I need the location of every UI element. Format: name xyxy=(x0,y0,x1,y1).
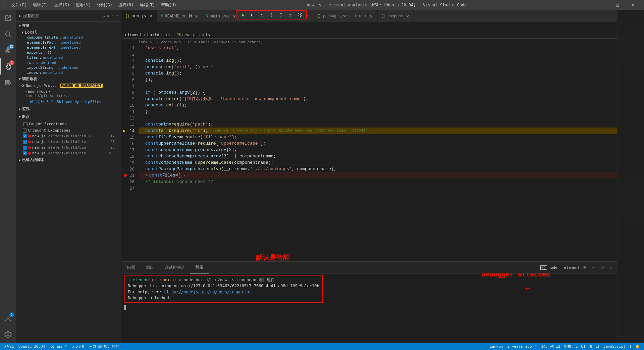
tab-readme-close[interactable]: ✕ xyxy=(194,13,199,19)
uncaught-exceptions-checkbox[interactable] xyxy=(23,129,27,133)
panel-tab-problems[interactable]: 问题 xyxy=(122,262,141,273)
breakpoint-1[interactable]: ✓ new.js element/build/bin ✎ 14 xyxy=(16,133,121,139)
debug-step-over-btn[interactable]: ↻ xyxy=(258,11,266,18)
status-errors[interactable]: ⚠ 0 ⊘ 0 xyxy=(71,344,86,349)
tab-comp-close[interactable]: ✕ xyxy=(405,13,410,19)
activity-explorer[interactable] xyxy=(0,10,16,26)
more-options-icon[interactable]: ··· xyxy=(111,13,119,18)
split-terminal-btn[interactable]: ⊞ xyxy=(581,264,588,271)
status-branch[interactable]: ⎇ main* xyxy=(49,344,68,349)
breadcrumb-bin[interactable]: bin xyxy=(164,33,172,37)
skipped-files-link[interactable]: 显示另外 6 个 Skipped by skipFiles xyxy=(16,99,121,105)
local-header[interactable]: ▼ Local xyxy=(16,30,121,35)
debug-restart-btn[interactable]: ↺ xyxy=(286,11,294,18)
tab-readme-md[interactable]: M README.md M ✕ xyxy=(157,10,203,22)
breakpoints-section: ▼ 断点 Caught Exceptions Uncaught Exceptio… xyxy=(16,113,121,156)
menu-goto[interactable]: 转到(G) xyxy=(94,2,115,9)
caught-exceptions-item[interactable]: Caught Exceptions xyxy=(16,120,121,128)
code-line-20: const PackagePath = path.resolve(__dirna… xyxy=(139,166,617,172)
menu-edit[interactable]: 编辑(E) xyxy=(30,2,51,9)
minimize-button[interactable]: ─ xyxy=(594,0,610,10)
breakpoint-3[interactable]: ✓ new.js element/build/bin 98 xyxy=(16,145,121,150)
activity-extensions[interactable] xyxy=(0,74,16,91)
debug-stop-btn[interactable]: ⛓ xyxy=(296,11,304,18)
terminal-box: → element git:(main) ✗ node build/bin/ne… xyxy=(124,275,323,303)
breadcrumb-element[interactable]: element xyxy=(125,33,142,37)
status-language[interactable]: JavaScript xyxy=(602,344,627,349)
watch-header[interactable]: ▶ 监视 xyxy=(16,105,121,113)
caught-exceptions-checkbox[interactable] xyxy=(23,122,28,126)
debug-pause-btn[interactable]: ⏯ xyxy=(249,11,257,18)
breakpoints-header[interactable]: ▼ 断点 xyxy=(16,113,121,120)
breadcrumb-build[interactable]: build xyxy=(147,33,159,37)
code-line-16: const uppercamelcase = require('uppercam… xyxy=(139,140,617,147)
bp4-checkbox[interactable]: ✓ xyxy=(23,151,27,155)
menu-view[interactable]: 查看(V) xyxy=(73,2,94,9)
breadcrumb-sep-4: › xyxy=(198,33,201,37)
breadcrumb-fs[interactable]: fs xyxy=(205,33,210,37)
breadcrumb-newjs[interactable]: new.js xyxy=(182,33,197,37)
callstack-node[interactable]: ⟳ Node.js Pro... PAUSED ON BREAKPOINT xyxy=(16,83,121,89)
status-spaces[interactable]: 空格: 2 xyxy=(562,344,579,349)
panel-tab-debug-console[interactable]: 调试控制台 xyxy=(159,262,190,273)
bp2-checkbox[interactable]: ✓ xyxy=(23,140,27,144)
tab-pkg2-close[interactable]: ✕ xyxy=(369,13,374,19)
bp3-path: element/build/bin xyxy=(48,145,86,150)
debug-badge: 1 xyxy=(9,60,14,65)
debug-step-out-btn[interactable]: ⤴ xyxy=(277,11,285,18)
scripts-header[interactable]: ▶ 已载入的脚本 xyxy=(16,156,121,164)
menu-file[interactable]: 文件(F) xyxy=(9,2,30,9)
status-git-blame-inline[interactable]: iamkun, 2 years ago xyxy=(488,344,533,349)
tab-component[interactable]: {} compone ✕ xyxy=(378,10,414,22)
breakpoint-4[interactable]: ✓ new.js element/build/bin 103 xyxy=(16,150,121,156)
bp1-edit-icon[interactable]: ✎ xyxy=(89,134,91,138)
variables-header[interactable]: ▼ 变量 xyxy=(16,22,121,30)
uncaught-exceptions-item[interactable]: Uncaught Exceptions xyxy=(16,128,121,133)
panel-tab-terminal[interactable]: 终端 xyxy=(190,262,209,273)
close-button[interactable]: ✕ xyxy=(625,0,641,10)
maximize-panel-btn[interactable]: ⬡ xyxy=(598,264,606,271)
status-wsl[interactable]: ⚡ WSL: Ubuntu-20.04 xyxy=(3,344,46,349)
bp3-file: new.js xyxy=(32,145,46,150)
menu-help[interactable]: 帮助(H) xyxy=(158,2,179,9)
activity-scm[interactable]: 22 xyxy=(0,42,16,58)
status-feedback[interactable]: ⤓ xyxy=(628,344,633,349)
status-cursor-pos[interactable]: 行 14, 列 12 xyxy=(534,344,562,349)
status-notifications[interactable]: 🔔 xyxy=(634,344,641,349)
settings-gear-icon[interactable]: ⚙ xyxy=(107,13,109,18)
menu-select[interactable]: 选择(S) xyxy=(52,2,72,9)
var-elementTsPath: elementTsPath: undefined xyxy=(16,40,121,45)
bp3-checkbox[interactable]: ✓ xyxy=(23,146,27,150)
maximize-button[interactable]: □ xyxy=(610,0,625,10)
status-encoding[interactable]: UTF-8 xyxy=(580,344,593,349)
panel-tab-output[interactable]: 输出 xyxy=(141,262,159,273)
tab-new-js-close[interactable]: ✕ xyxy=(148,13,154,18)
minimap xyxy=(617,10,644,343)
status-eol[interactable]: LF xyxy=(594,344,601,349)
eol-label: LF xyxy=(596,344,600,349)
local-title: Local xyxy=(25,30,37,35)
activity-settings[interactable] xyxy=(0,327,16,343)
menu-run[interactable]: 运行(R) xyxy=(116,2,137,9)
activity-search[interactable] xyxy=(0,26,16,42)
callstack-header[interactable]: ▼ 调用堆栈 xyxy=(16,75,121,83)
var-elementTsText: elementTsText: undefined xyxy=(16,45,121,50)
breakpoint-2[interactable]: ✓ new.js element/build/bin 21 xyxy=(16,139,121,145)
debug-continue-btn[interactable]: ▶ xyxy=(239,11,247,18)
bp1-checkbox[interactable]: ✓ xyxy=(23,134,27,138)
uncaught-exceptions-label: Uncaught Exceptions xyxy=(28,128,70,133)
menu-terminal[interactable]: 终端(T) xyxy=(137,2,158,9)
activity-account[interactable]: 1 xyxy=(0,310,16,327)
tab-main-vue[interactable]: V main.vue ✕ xyxy=(203,10,241,22)
status-auto-attach[interactable]: → 自动附加: 智能 xyxy=(88,344,121,349)
close-panel-btn[interactable]: ✕ xyxy=(607,264,614,271)
close-terminal-btn[interactable]: ✕ xyxy=(590,264,597,271)
tab-package-json-2[interactable]: {} package.json element ✕ xyxy=(313,10,378,22)
code-line-27 xyxy=(139,185,617,191)
debug-step-into-btn[interactable]: ⤵ xyxy=(267,11,275,18)
tab-new-js[interactable]: {} new.js ✕ xyxy=(122,10,157,22)
activity-debug[interactable]: 1 xyxy=(0,58,16,74)
callstack-anonymous[interactable]: <anonymous> /mnt/d/git-source/... xyxy=(16,89,121,99)
run-config-chevron[interactable]: ⌄ xyxy=(103,13,105,18)
terminal-help-link[interactable]: https://nodejs.org/en/docs/inspector xyxy=(164,290,251,294)
